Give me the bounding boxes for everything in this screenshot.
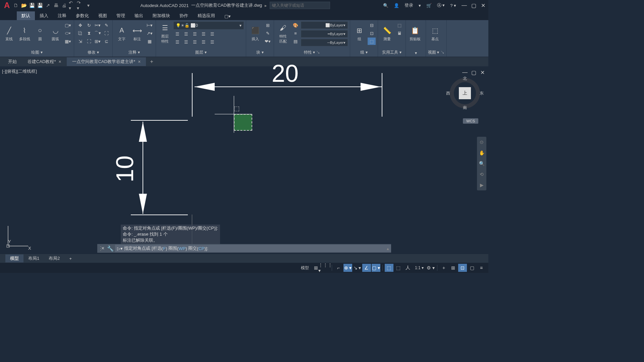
rotate-icon[interactable]: ↻ <box>85 21 93 29</box>
circle-button[interactable]: ○圆 <box>33 21 47 45</box>
layout-model[interactable]: 模型 <box>5 254 23 262</box>
group-sel-icon[interactable]: ⬚ <box>368 38 376 45</box>
close-tab-icon[interactable]: × <box>138 59 141 64</box>
tab-quick-icon[interactable]: ▢▾ <box>220 12 235 20</box>
panel-clip-title[interactable]: ▾ <box>408 50 424 55</box>
layer-dropdown[interactable]: 💡☀🔓 ⬜ 0▾ <box>173 21 244 29</box>
lw-dropdown[interactable]: ━ ByLayer ▾ <box>301 30 348 38</box>
measure-button[interactable]: 📏测量 <box>380 21 394 45</box>
panel-draw-title[interactable]: 绘图 ▾ <box>2 49 72 55</box>
create-block-icon[interactable]: ⊞ <box>264 21 272 29</box>
command-input[interactable]: ▷▾ 指定对角点或 [ 栏选(F) 圈围(WP) 圈交(CP) ]: ▴ <box>115 245 391 252</box>
viewcube[interactable]: 上 北 南 西 东 <box>448 76 482 110</box>
panel-layer-title[interactable]: 图层 ▾ <box>158 49 244 55</box>
layer-props-button[interactable]: ☰图层 特性 <box>158 21 172 45</box>
cmdline-grip[interactable]: ⋮ <box>97 245 100 252</box>
annoscale-icon[interactable]: ⬚ <box>385 264 393 272</box>
file-tab-1[interactable]: 谷建CAD教程*× <box>22 57 67 66</box>
anno-auto-icon[interactable]: 人 <box>404 264 412 272</box>
move-icon[interactable]: ✥ <box>76 21 84 29</box>
color-dropdown[interactable]: ⬜ ByLayer ▾ <box>301 21 348 29</box>
help-icon[interactable]: ? ▾ <box>449 3 458 8</box>
panel-util-title[interactable]: 实用工具 ▾ <box>380 49 404 55</box>
nav-zoom-icon[interactable]: 🔍 <box>478 160 486 168</box>
tab-collab[interactable]: 协作 <box>175 11 193 20</box>
tab-default[interactable]: 默认 <box>17 11 35 20</box>
isodraft-icon[interactable]: ↘ ▾ <box>353 264 362 272</box>
layout-2[interactable]: 布局2 <box>44 254 64 262</box>
tab-manage[interactable]: 管理 <box>112 11 130 20</box>
qat-new-icon[interactable]: 🗋 <box>12 2 19 9</box>
polar-icon[interactable]: ⊕ ▾ <box>343 264 352 272</box>
tab-addons[interactable]: 附加模块 <box>148 11 175 20</box>
transp-icon[interactable]: ▤ <box>291 38 300 45</box>
layer-match-icon[interactable]: ☰ <box>208 30 216 38</box>
layer-unlock-icon[interactable]: ☰ <box>191 38 199 46</box>
panel-block-title[interactable]: 块 ▾ <box>248 49 272 55</box>
tab-insert[interactable]: 插入 <box>35 11 53 20</box>
units-icon[interactable]: ▢ <box>468 264 476 272</box>
anno-vis-icon[interactable]: ⬚ <box>394 264 403 272</box>
layer-iso-icon[interactable]: ☰ <box>200 30 208 38</box>
lt-dropdown[interactable]: ─ ByLayer ▾ <box>301 39 348 46</box>
layer-lock-icon[interactable]: ☰ <box>191 30 199 38</box>
polyline-button[interactable]: ⌇多段线 <box>17 21 32 45</box>
scale-icon[interactable]: ⛶ <box>85 38 93 45</box>
stretch-icon[interactable]: ⇲ <box>76 38 84 45</box>
panel-props-title[interactable]: 特性 ▾ ↘ <box>276 49 348 55</box>
nav-show-icon[interactable]: ▶ <box>478 181 486 189</box>
custom-icon[interactable]: ≡ <box>477 264 486 272</box>
edit-block-icon[interactable]: ✎ <box>264 29 272 37</box>
qat-more-icon[interactable]: ▾ <box>85 2 92 9</box>
array-icon[interactable]: ⊞▾ <box>94 38 102 45</box>
login-dropdown-icon[interactable]: ▾ <box>417 3 422 8</box>
qat-open-icon[interactable]: 📂 <box>20 2 27 9</box>
explode-icon[interactable]: ⛶ <box>102 29 110 37</box>
qat-print-icon[interactable]: 🖨 <box>61 2 67 9</box>
calc-icon[interactable]: 🖩 <box>395 29 404 37</box>
search-input[interactable] <box>270 2 330 9</box>
dim-button[interactable]: ⟷标注 <box>130 21 144 45</box>
table-icon[interactable]: ▦ <box>146 38 154 45</box>
tab-annotate[interactable]: 注释 <box>53 11 71 20</box>
viewcube-e[interactable]: 东 <box>480 90 484 96</box>
ungroup-icon[interactable]: ⊟ <box>368 21 376 29</box>
panel-modify-title[interactable]: 修改 ▾ <box>76 49 110 55</box>
trim-icon[interactable]: ✂▾ <box>94 21 102 29</box>
file-tab-2[interactable]: 一点空间教育CAD教学谷建主讲*× <box>67 57 146 66</box>
tab-parametric[interactable]: 参数化 <box>71 11 94 20</box>
qat-undo-icon[interactable]: ↶ ▾ <box>69 2 75 9</box>
leader-icon[interactable]: ↗▾ <box>146 29 154 37</box>
panel-annot-title[interactable]: 注释 ▾ <box>115 49 154 55</box>
otrack-icon[interactable]: ∠ <box>362 264 371 272</box>
viewcube-n[interactable]: 北 <box>463 76 467 81</box>
cmdline-close-icon[interactable]: × <box>100 245 106 251</box>
doc-close-icon[interactable]: ✕ <box>478 68 486 76</box>
cursor-icon[interactable]: + <box>439 264 448 272</box>
panel-group-title[interactable]: 组 ▾ <box>352 49 376 55</box>
base-view-button[interactable]: ⬚基点 <box>428 21 442 45</box>
arc-button[interactable]: ◡圆弧 <box>48 21 62 45</box>
qat-saveas-icon[interactable]: 💾 <box>37 2 43 9</box>
offset-icon[interactable]: ⊆ <box>102 38 110 45</box>
layer-off-icon[interactable]: ☰ <box>173 30 181 38</box>
layout-add-icon[interactable]: + <box>64 255 76 262</box>
cmdline-config-icon[interactable]: 🔧 <box>106 245 115 252</box>
gear-icon[interactable]: ⚙ ▾ <box>426 264 435 272</box>
viewcube-top[interactable]: 上 <box>459 87 471 99</box>
nav-orbit-icon[interactable]: ⟲ <box>478 170 486 178</box>
layer-uniso-icon[interactable]: ☰ <box>200 38 208 46</box>
qat-plot-icon[interactable]: 🖶 <box>53 2 59 9</box>
selection-cycle-icon[interactable]: ⊡ <box>458 264 467 272</box>
wcs-label[interactable]: WCS <box>463 118 478 124</box>
close-icon[interactable]: ✕ <box>479 1 487 9</box>
user-icon[interactable]: 👤 <box>392 3 400 8</box>
status-scale[interactable]: 1:1 ▾ <box>413 265 426 270</box>
viewport-label[interactable]: [-][俯视][二维线框] <box>2 68 37 74</box>
mirror-icon[interactable]: ⧗ <box>85 29 93 37</box>
group-edit-icon[interactable]: ⊡ <box>368 29 376 37</box>
qat-save-icon[interactable]: 💾 <box>29 2 35 9</box>
osnap-icon[interactable]: ▢ ▾ <box>372 264 380 272</box>
fillet-icon[interactable]: ⌒▾ <box>94 29 102 37</box>
quick-select-icon[interactable]: ⬚ <box>395 21 404 29</box>
